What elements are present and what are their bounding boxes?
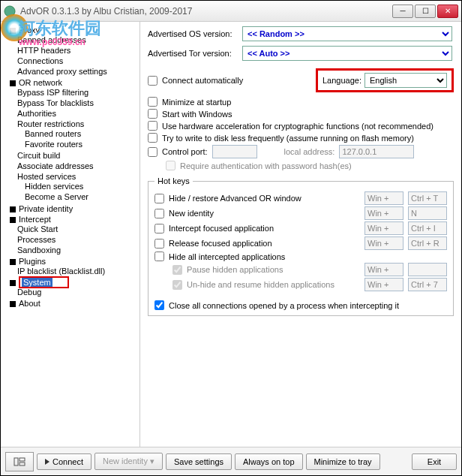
- adv-tor-label: Advertised Tor version:: [148, 49, 238, 58]
- tree-quick-start[interactable]: Quick Start: [17, 224, 138, 234]
- connect-auto-label: Connect automatically: [162, 76, 243, 85]
- hw-accel-label: Use hardware acceleration for cryptograp…: [162, 122, 434, 131]
- min-startup-check[interactable]: [148, 97, 158, 107]
- window-title: AdvOR 0.3.1.3 by Albu Cristian, 2009-201…: [20, 6, 392, 17]
- hw-accel-check[interactable]: [148, 121, 158, 131]
- tree-bypass-tor[interactable]: Bypass Tor blacklists: [17, 98, 138, 108]
- tree-hidden-services[interactable]: Hidden services: [25, 181, 138, 191]
- minimize-tray-button[interactable]: Minimize to tray: [306, 453, 380, 470]
- closeall-check[interactable]: [154, 300, 164, 310]
- hotkeys-legend: Hot keys: [154, 176, 193, 185]
- tree-adv-proxy[interactable]: Advanced proxy settings: [17, 66, 138, 77]
- hk-hide-label: Hide / restore Advanced OR window: [169, 194, 302, 203]
- tree-sandboxing[interactable]: Sandboxing: [17, 245, 138, 255]
- local-addr-input: [339, 145, 414, 158]
- layout-icon: [14, 457, 26, 466]
- close-button[interactable]: ✕: [437, 5, 458, 18]
- tree-banned-routers[interactable]: Banned routers: [25, 128, 138, 139]
- hk-newid-win: [364, 206, 404, 220]
- hk-newid-check[interactable]: [154, 209, 164, 218]
- bottom-toolbar: Connect New identity ▾ Save settings Alw…: [1, 447, 461, 475]
- connect-button[interactable]: Connect: [37, 453, 92, 470]
- main-panel: Advertised OS version: << Random >> Adve…: [140, 22, 461, 447]
- adv-os-label: Advertised OS version:: [148, 29, 238, 38]
- hk-newid-key: [408, 206, 447, 220]
- app-icon: [4, 5, 16, 17]
- adv-os-select[interactable]: << Random >>: [242, 26, 452, 41]
- tree-favorite-routers[interactable]: Favorite routers: [25, 139, 138, 149]
- hk-relf-check[interactable]: [154, 239, 164, 249]
- tree-system[interactable]: System Debug: [10, 277, 138, 298]
- tree-associate-addr[interactable]: Associate addresses: [17, 161, 138, 171]
- hk-hideall-label: Hide all intercepted applications: [169, 252, 285, 261]
- hk-intf-key: [408, 221, 447, 235]
- titlebar: AdvOR 0.3.1.3 by Albu Cristian, 2009-201…: [1, 1, 461, 22]
- play-icon: [45, 459, 50, 465]
- svg-point-0: [4, 6, 15, 17]
- new-identity-button: New identity ▾: [94, 453, 163, 470]
- hk-hide-key: [408, 191, 447, 205]
- always-on-top-button[interactable]: Always on top: [235, 453, 302, 470]
- tree-http-headers[interactable]: HTTP headers: [17, 45, 138, 56]
- flash-write-label: Try to write to disk less frequently (as…: [162, 134, 414, 143]
- min-startup-label: Minimize at startup: [162, 98, 231, 107]
- hk-hide-win: [364, 191, 404, 205]
- hk-unhide-label: Un-hide and resume hidden applications: [187, 280, 334, 289]
- hk-hideall-win: [364, 263, 404, 276]
- hk-relf-label: Release focused application: [169, 239, 272, 248]
- tree-intercept[interactable]: Intercept Quick Start Processes Sandboxi…: [10, 214, 138, 256]
- save-settings-button[interactable]: Save settings: [166, 453, 232, 470]
- closeall-label: Close all connections opened by a proces…: [169, 301, 399, 310]
- control-port-check[interactable]: [148, 147, 158, 157]
- hk-pause-check: [172, 265, 182, 275]
- hk-hideall-check[interactable]: [154, 252, 164, 261]
- req-auth-check: [166, 161, 176, 170]
- hk-intf-label: Intercept focused application: [169, 224, 274, 233]
- hk-pause-label: Pause hidden applications: [187, 265, 283, 274]
- hk-intf-check[interactable]: [154, 224, 164, 233]
- language-select[interactable]: English: [364, 73, 447, 88]
- hk-hide-check[interactable]: [154, 194, 164, 203]
- flash-write-check[interactable]: [148, 133, 158, 143]
- tree-bypass-isp[interactable]: Bypass ISP filtering: [17, 87, 138, 98]
- exit-button[interactable]: Exit: [412, 453, 457, 470]
- hk-relf-win: [364, 236, 404, 250]
- tree-debug[interactable]: Debug: [17, 287, 138, 297]
- hk-unhide-check: [172, 280, 182, 290]
- tree-authorities[interactable]: Authorities: [17, 108, 138, 119]
- minimize-button[interactable]: ─: [392, 5, 413, 18]
- start-windows-check[interactable]: [148, 109, 158, 119]
- tree-processes[interactable]: Processes: [17, 234, 138, 245]
- layout-button[interactable]: [5, 452, 34, 471]
- nav-tree: Proxy Banned addresses HTTP headers Conn…: [1, 22, 140, 447]
- svg-rect-2: [20, 458, 25, 461]
- hk-intf-win: [364, 221, 404, 235]
- req-auth-label: Require authentication with password has…: [180, 161, 352, 170]
- start-windows-label: Start with Windows: [162, 110, 232, 119]
- tree-about[interactable]: About: [10, 298, 138, 309]
- hk-relf-key: [408, 236, 447, 250]
- hotkeys-group: Hot keys Hide / restore Advanced OR wind…: [148, 176, 454, 316]
- tree-circuit-build[interactable]: Circuit build: [17, 150, 138, 161]
- tree-ip-blacklist[interactable]: IP blacklist (Blacklist.dll): [17, 266, 138, 276]
- tree-router-restrict[interactable]: Router restrictions Banned routers Favor…: [17, 119, 138, 150]
- control-port-label: Control port:: [162, 147, 208, 156]
- hk-newid-label: New identity: [169, 209, 214, 218]
- tree-connections[interactable]: Connections: [17, 56, 138, 66]
- tree-proxy[interactable]: Proxy Banned addresses HTTP headers Conn…: [10, 25, 138, 77]
- tree-banned-addresses[interactable]: Banned addresses: [17, 35, 138, 45]
- language-label: Language:: [322, 76, 362, 85]
- svg-rect-3: [20, 462, 25, 465]
- adv-tor-select[interactable]: << Auto >>: [242, 46, 452, 61]
- tree-or-network[interactable]: OR network Bypass ISP filtering Bypass T…: [10, 77, 138, 203]
- connect-auto-check[interactable]: [148, 76, 158, 86]
- hk-unhide-key: [408, 278, 447, 291]
- svg-rect-1: [14, 458, 18, 465]
- maximize-button[interactable]: ☐: [415, 5, 436, 18]
- hk-hideall-key: [408, 263, 447, 276]
- tree-hosted-services[interactable]: Hosted services Hidden services Become a…: [17, 171, 138, 203]
- tree-become-server[interactable]: Become a Server: [25, 191, 138, 202]
- tree-private-identity[interactable]: Private identity: [10, 203, 138, 214]
- tree-plugins[interactable]: Plugins IP blacklist (Blacklist.dll): [10, 256, 138, 277]
- control-port-input: [212, 145, 257, 158]
